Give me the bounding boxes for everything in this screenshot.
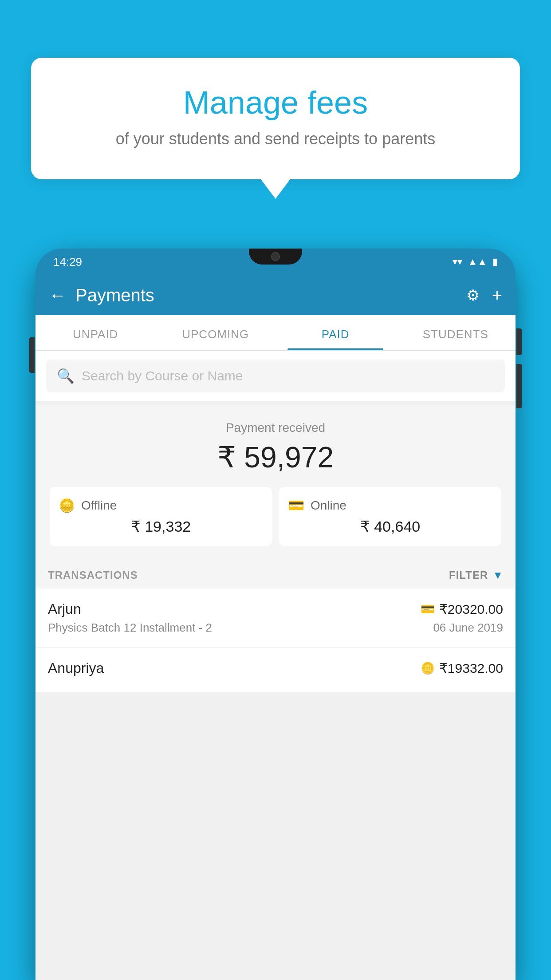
offline-payment-icon: 🪙: [421, 661, 435, 675]
speech-bubble: Manage fees of your students and send re…: [31, 58, 520, 179]
phone-side-button-left: [29, 337, 35, 373]
filter-button[interactable]: FILTER ▼: [449, 569, 503, 581]
wifi-icon: ▾▾: [453, 256, 462, 268]
tab-upcoming[interactable]: UPCOMING: [156, 315, 276, 350]
transaction-amount-2: ₹19332.00: [439, 660, 503, 676]
status-time: 14:29: [53, 255, 82, 269]
transaction-course: Physics Batch 12 Installment - 2: [48, 621, 212, 635]
add-button[interactable]: +: [492, 285, 502, 305]
status-icons: ▾▾ ▲▲ ▮: [453, 256, 498, 268]
transaction-amount-wrap-2: 🪙 ₹19332.00: [421, 660, 503, 676]
phone-side-button-right-2: [516, 364, 522, 408]
front-camera: [271, 252, 280, 261]
online-icon: 💳: [288, 498, 304, 513]
transaction-name: Arjun: [48, 601, 81, 617]
bubble-title: Manage fees: [53, 84, 498, 121]
payment-cards: 🪙 Offline ₹ 19,332 💳 Online ₹ 40,640: [50, 487, 501, 546]
transaction-amount: ₹20320.00: [439, 601, 503, 617]
tab-paid[interactable]: PAID: [276, 315, 396, 350]
search-container: 🔍 Search by Course or Name: [35, 351, 516, 401]
table-row[interactable]: Anupriya 🪙 ₹19332.00: [35, 648, 516, 693]
battery-icon: ▮: [492, 256, 498, 268]
status-bar: 14:29 ▾▾ ▲▲ ▮: [35, 249, 516, 275]
phone-screen: UNPAID UPCOMING PAID STUDENTS 🔍 Search b…: [35, 315, 516, 980]
transaction-date: 06 June 2019: [433, 621, 503, 635]
filter-label: FILTER: [449, 569, 488, 581]
transactions-label: TRANSACTIONS: [48, 569, 138, 581]
online-payment-icon: 💳: [421, 602, 435, 616]
online-payment-card: 💳 Online ₹ 40,640: [279, 487, 501, 546]
table-row[interactable]: Arjun 💳 ₹20320.00 Physics Batch 12 Insta…: [35, 589, 516, 648]
offline-amount: ₹ 19,332: [59, 518, 263, 535]
phone-notch: [249, 249, 302, 265]
phone-side-button-right-1: [516, 328, 522, 355]
bubble-subtitle: of your students and send receipts to pa…: [53, 130, 498, 148]
online-label: Online: [311, 498, 346, 513]
offline-icon: 🪙: [59, 498, 75, 513]
search-bar[interactable]: 🔍 Search by Course or Name: [46, 360, 505, 392]
header-title: Payments: [75, 285, 457, 305]
search-icon: 🔍: [57, 368, 75, 384]
transactions-header: TRANSACTIONS FILTER ▼: [35, 558, 516, 589]
transaction-name-2: Anupriya: [48, 660, 104, 676]
tabs-bar: UNPAID UPCOMING PAID STUDENTS: [35, 315, 516, 351]
phone-shell: 14:29 ▾▾ ▲▲ ▮ ← Payments ⚙ + UNPAID UPCO…: [35, 249, 516, 980]
payment-received-label: Payment received: [46, 421, 505, 435]
offline-payment-card: 🪙 Offline ₹ 19,332: [50, 487, 272, 546]
back-button[interactable]: ←: [49, 285, 67, 305]
payment-total-amount: ₹ 59,972: [46, 440, 505, 474]
settings-icon[interactable]: ⚙: [466, 286, 480, 304]
payment-summary: Payment received ₹ 59,972 🪙 Offline ₹ 19…: [35, 405, 516, 558]
header-icons: ⚙ +: [466, 285, 502, 305]
transaction-amount-wrap: 💳 ₹20320.00: [421, 601, 503, 617]
tab-students[interactable]: STUDENTS: [396, 315, 516, 350]
filter-icon: ▼: [492, 569, 503, 581]
offline-label: Offline: [81, 498, 117, 513]
search-input[interactable]: Search by Course or Name: [82, 368, 243, 383]
tab-unpaid[interactable]: UNPAID: [35, 315, 156, 350]
online-amount: ₹ 40,640: [288, 518, 492, 535]
app-header: ← Payments ⚙ +: [35, 275, 516, 315]
signal-icon: ▲▲: [468, 256, 487, 268]
